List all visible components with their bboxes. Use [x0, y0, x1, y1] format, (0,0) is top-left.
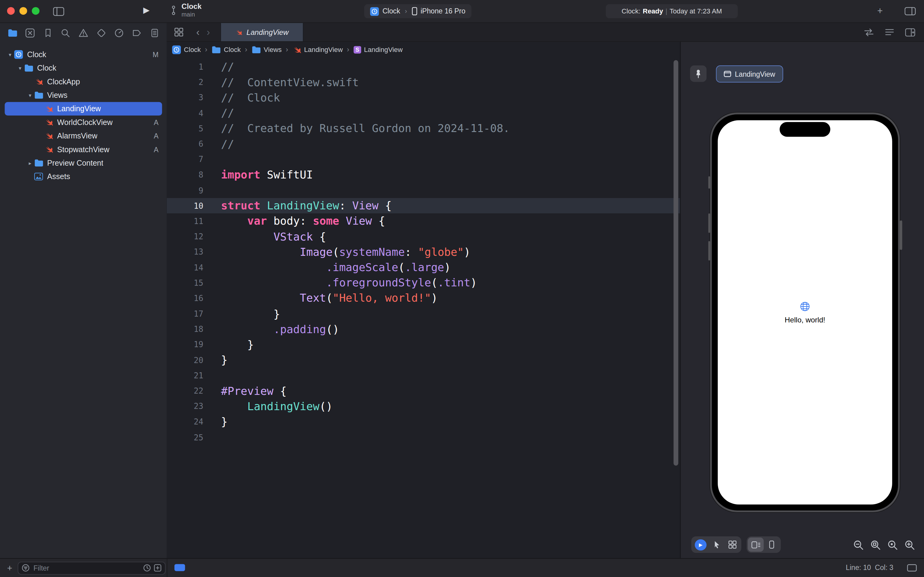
filter-field[interactable]	[18, 561, 165, 574]
minimize-window-button[interactable]	[19, 7, 27, 15]
reports-navigator-icon[interactable]	[148, 27, 160, 39]
code-line-24[interactable]: 24}	[167, 414, 681, 429]
add-file-button[interactable]: +	[7, 563, 12, 573]
add-editor-icon[interactable]	[904, 26, 916, 38]
code-line-19[interactable]: 19 }	[167, 337, 681, 352]
source-editor[interactable]: 1//2// ContentView.swift3// Clock4//5// …	[167, 57, 681, 559]
line-number: 4	[167, 108, 203, 118]
chevron-down-icon[interactable]: ▾	[6, 52, 14, 58]
zoom-out-icon[interactable]	[853, 540, 865, 551]
chevron-down-icon[interactable]: ▾	[16, 65, 24, 71]
editor-scrollbar[interactable]	[673, 60, 678, 466]
code-line-3[interactable]: 3// Clock	[167, 90, 681, 105]
breadcrumb-item[interactable]: Clock	[172, 45, 201, 54]
code-line-14[interactable]: 14 .imageScale(.large)	[167, 259, 681, 275]
scm-status[interactable]: Clock main	[170, 2, 201, 18]
sidebar-item-assets[interactable]: Assets	[5, 169, 162, 183]
sidebar-item-landingview[interactable]: LandingView	[5, 102, 162, 116]
project-navigator-icon[interactable]	[6, 27, 18, 39]
code-line-16[interactable]: 16 Text("Hello, world!")	[167, 290, 681, 306]
activity-status[interactable]: Clock: Ready | Today at 7:23 AM	[606, 4, 738, 18]
zoom-fit-icon[interactable]	[870, 540, 882, 551]
device-settings-button[interactable]	[748, 538, 764, 552]
zoom-in-icon[interactable]	[905, 540, 916, 551]
scheme-selector[interactable]: Clock › iPhone 16 Pro	[364, 4, 472, 18]
preview-device-button[interactable]	[764, 538, 779, 552]
code-line-1[interactable]: 1//	[167, 59, 681, 74]
sidebar-item-worldclockview[interactable]: WorldClockViewA	[5, 116, 162, 129]
variants-button[interactable]	[724, 538, 740, 552]
breadcrumb-item[interactable]: SLandingView	[353, 45, 402, 53]
code-line-13[interactable]: 13 Image(systemName: "globe")	[167, 244, 681, 260]
sidebar-toggle-icon[interactable]	[53, 7, 64, 16]
tab-landingview[interactable]: LandingView	[221, 23, 303, 41]
find-navigator-icon[interactable]	[60, 27, 72, 39]
code-text: //	[221, 137, 234, 150]
selectable-mode-button[interactable]	[708, 538, 724, 552]
breadcrumb-item[interactable]: Views	[251, 45, 282, 53]
recents-clock-icon[interactable]	[143, 564, 151, 572]
sidebar-item-alarmsview[interactable]: AlarmsViewA	[5, 129, 162, 142]
sidebar-item-views[interactable]: ▾Views	[5, 88, 162, 102]
xcode-window: ▶ Clock main Clock › iPhone 16 Pro Clock…	[0, 0, 924, 577]
line-number: 25	[167, 432, 203, 442]
chevron-right-icon[interactable]: ▸	[26, 160, 34, 166]
code-line-6[interactable]: 6//	[167, 136, 681, 152]
line-number: 21	[167, 371, 203, 380]
tests-navigator-icon[interactable]	[95, 27, 107, 39]
sidebar-item-clockapp[interactable]: ClockApp	[5, 75, 162, 88]
issues-navigator-icon[interactable]	[77, 27, 90, 39]
sidebar-item-preview-content[interactable]: ▸Preview Content	[5, 156, 162, 169]
code-line-9[interactable]: 9	[167, 182, 681, 198]
debug-navigator-icon[interactable]	[113, 27, 125, 39]
code-review-icon[interactable]	[863, 26, 874, 38]
editor-options-blue-icon[interactable]	[174, 564, 185, 571]
code-line-17[interactable]: 17 }	[167, 306, 681, 321]
code-line-20[interactable]: 20}	[167, 352, 681, 367]
pin-preview-button[interactable]	[690, 65, 707, 82]
run-button[interactable]: ▶	[143, 5, 150, 15]
live-preview-button[interactable]: ▶	[692, 538, 708, 552]
code-line-4[interactable]: 4//	[167, 105, 681, 121]
square-plus-icon[interactable]	[154, 564, 161, 572]
sidebar-item-label: Assets	[47, 172, 70, 181]
close-window-button[interactable]	[7, 7, 14, 15]
code-line-8[interactable]: 8import SwiftUI	[167, 167, 681, 182]
zoom-actual-icon[interactable]	[887, 540, 899, 551]
display-icon[interactable]	[907, 564, 917, 572]
sidebar-item-stopwatchview[interactable]: StopwatchViewA	[5, 143, 162, 156]
related-files-icon[interactable]	[173, 26, 185, 38]
code-line-25[interactable]: 25	[167, 429, 681, 445]
add-button[interactable]: +	[877, 6, 883, 16]
breadcrumb-item[interactable]: LandingView	[292, 45, 343, 54]
source-control-navigator-icon[interactable]	[24, 27, 36, 39]
preview-tab[interactable]: LandingView	[716, 65, 783, 82]
folder-icon	[211, 45, 221, 53]
code-line-15[interactable]: 15 .foregroundStyle(.tint)	[167, 275, 681, 291]
breadcrumb-item[interactable]: Clock	[211, 45, 241, 53]
chevron-down-icon[interactable]: ▾	[26, 92, 34, 98]
sidebar-item-label: AlarmsView	[57, 131, 97, 140]
code-text: Text("Hello, world!")	[221, 292, 438, 305]
editor-options-icon[interactable]	[883, 26, 895, 38]
breakpoints-navigator-icon[interactable]	[131, 27, 143, 39]
filter-input[interactable]	[32, 563, 140, 573]
code-line-5[interactable]: 5// Created by Russell Gordon on 2024-11…	[167, 121, 681, 136]
code-line-22[interactable]: 22#Preview {	[167, 383, 681, 398]
code-line-11[interactable]: 11 var body: some View {	[167, 213, 681, 229]
code-line-18[interactable]: 18 .padding()	[167, 321, 681, 337]
sidebar-item-clock[interactable]: ▾Clock	[5, 61, 162, 75]
code-line-10[interactable]: 10struct LandingView: View {	[167, 198, 681, 213]
code-line-21[interactable]: 21	[167, 367, 681, 383]
code-line-7[interactable]: 7	[167, 152, 681, 167]
code-line-2[interactable]: 2// ContentView.swift	[167, 74, 681, 90]
editor-layout-icon[interactable]	[905, 7, 916, 15]
code-line-12[interactable]: 12 VStack {	[167, 229, 681, 244]
forward-button[interactable]: ›	[203, 27, 214, 37]
zoom-window-button[interactable]	[32, 7, 39, 15]
back-button[interactable]: ‹	[193, 27, 203, 37]
sidebar-item-label: Preview Content	[47, 159, 103, 168]
bookmarks-navigator-icon[interactable]	[42, 27, 54, 39]
sidebar-item-clock[interactable]: ▾ClockM	[5, 48, 162, 61]
code-line-23[interactable]: 23 LandingView()	[167, 398, 681, 414]
